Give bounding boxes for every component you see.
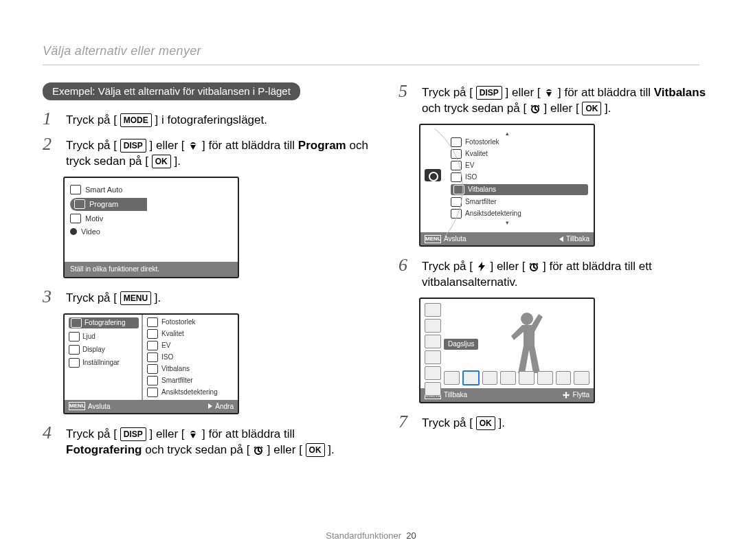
step-target: Program xyxy=(298,139,346,152)
smart-auto-icon xyxy=(70,185,81,194)
macro-down-icon xyxy=(188,141,199,150)
side-cell xyxy=(425,350,441,364)
step-text: ] eller [ xyxy=(490,260,525,273)
list-item: Kvalitet xyxy=(465,149,488,159)
wb-option xyxy=(537,371,553,385)
step-2: 2 Tryck på [ DISP ] eller [ ] för att bl… xyxy=(43,135,368,170)
chevron-up-icon: ▴ xyxy=(426,129,588,137)
macro-down-icon xyxy=(188,429,199,439)
menu-item: Vitbalans xyxy=(161,364,190,374)
footer-left: Tillbaka xyxy=(444,390,467,400)
side-cell xyxy=(425,366,441,380)
footer-left: Avsluta xyxy=(88,402,111,412)
step-text: Tryck på [ xyxy=(422,416,473,429)
list-item: Smartfilter xyxy=(465,197,497,207)
menu-item: Ansiktsdetektering xyxy=(161,388,218,397)
menu-badge-icon: MENU xyxy=(69,402,85,410)
side-cell xyxy=(425,382,441,396)
page-footer: Standardfunktioner 20 xyxy=(0,530,742,542)
menu-tab-selected: Fotografering xyxy=(85,318,125,328)
screenshot-wb-list: ▴ Fotostorlek Kvalitet EV ISO Vitbalans … xyxy=(419,124,595,247)
sound-icon xyxy=(69,332,80,341)
step-4: 4 Tryck på [ DISP ] eller [ ] för att bl… xyxy=(43,424,368,458)
step-7: 7 Tryck på [ OK ]. xyxy=(398,413,724,432)
example-pill: Exempel: Välja ett alternativ för vitbal… xyxy=(43,82,300,100)
menu-item: ISO xyxy=(161,352,173,362)
step-text: ] eller [ xyxy=(149,139,184,152)
screenshot-footer: Ställ in olika funktioner direkt. xyxy=(65,262,238,277)
step-text: Tryck på [ xyxy=(66,139,117,152)
right-arrow-icon xyxy=(208,403,212,409)
step-text: ]. xyxy=(174,155,180,168)
list-item: Ansiktsdetektering xyxy=(465,209,521,219)
page-section-title: Välja alternativ eller menyer xyxy=(43,43,699,59)
person-silhouette-icon xyxy=(496,304,558,380)
step-text: ]. xyxy=(605,102,611,115)
disp-button-label: DISP xyxy=(120,139,146,153)
wb-selected-label: Dagsljus xyxy=(444,339,478,350)
smartfilter-icon xyxy=(147,376,158,385)
step-text: ] eller [ xyxy=(149,427,184,440)
step-text: och tryck sedan på [ xyxy=(145,443,249,456)
menu-item: Fotostorlek xyxy=(161,317,195,327)
program-icon xyxy=(74,199,85,209)
menu-tab: Inställningar xyxy=(82,358,120,368)
ok-button-label: OK xyxy=(306,443,325,457)
video-icon xyxy=(70,228,77,235)
camera-icon xyxy=(71,318,82,328)
settings-icon xyxy=(69,358,80,368)
scene-icon xyxy=(70,214,81,223)
step-text: Tryck på [ xyxy=(66,291,117,304)
ok-button-label: OK xyxy=(152,155,171,168)
step-number: 6 xyxy=(398,256,418,274)
side-cell xyxy=(425,303,441,317)
step-text: ]. xyxy=(328,443,334,456)
step-target: Fotografering xyxy=(66,443,142,456)
list-item: Fotostorlek xyxy=(465,137,499,147)
footer-right: Flytta xyxy=(573,390,589,400)
wb-option xyxy=(444,371,460,385)
self-timer-icon xyxy=(528,262,539,271)
display-icon xyxy=(69,345,80,355)
photosize-icon xyxy=(451,137,462,147)
step-text: ] för att bläddra till xyxy=(558,86,654,99)
step-text: ] för att bläddra till xyxy=(202,139,298,152)
wb-option xyxy=(556,371,572,385)
footer-right: Tillbaka xyxy=(566,234,589,244)
step-text: ] eller [ xyxy=(544,102,579,115)
step-5: 5 Tryck på [ DISP ] eller [ ] för att bl… xyxy=(398,82,724,117)
mode-item: Smart Auto xyxy=(85,185,122,195)
wb-option xyxy=(519,371,535,385)
menu-item: Kvalitet xyxy=(161,329,184,339)
step-1: 1 Tryck på [ MODE ] i fotograferingsläge… xyxy=(43,110,368,128)
disp-button-label: DISP xyxy=(120,427,146,441)
step-6: 6 Tryck på [ ] eller [ ] för att bläddra… xyxy=(398,256,724,291)
self-timer-icon xyxy=(253,445,264,455)
step-text: ] eller [ xyxy=(505,86,540,99)
menu-item: EV xyxy=(161,341,170,350)
step-text: ] i fotograferingsläget. xyxy=(155,113,267,126)
self-timer-icon xyxy=(530,104,541,113)
step-number: 3 xyxy=(43,288,62,306)
wb-option xyxy=(574,371,589,385)
wb-option xyxy=(482,371,498,385)
wb-option-selected xyxy=(462,370,480,385)
step-text: Tryck på [ xyxy=(66,427,117,440)
side-cell xyxy=(425,319,441,333)
header-rule xyxy=(43,65,699,65)
list-item: ISO xyxy=(465,172,477,182)
step-text: ]. xyxy=(155,291,161,304)
mode-item: Motiv xyxy=(85,214,103,224)
wb-option xyxy=(500,371,516,385)
step-text: Tryck på [ xyxy=(422,86,473,99)
step-text: och tryck sedan på [ xyxy=(422,102,526,115)
photosize-icon xyxy=(147,317,158,327)
footer-left: Avsluta xyxy=(444,234,466,244)
step-number: 1 xyxy=(43,110,62,128)
step-number: 7 xyxy=(398,413,418,431)
ev-icon xyxy=(147,341,158,350)
menu-button-label: MENU xyxy=(120,291,151,305)
facedetect-icon xyxy=(147,388,158,397)
page-number: 20 xyxy=(406,530,416,541)
footer-right: Ändra xyxy=(215,402,234,412)
